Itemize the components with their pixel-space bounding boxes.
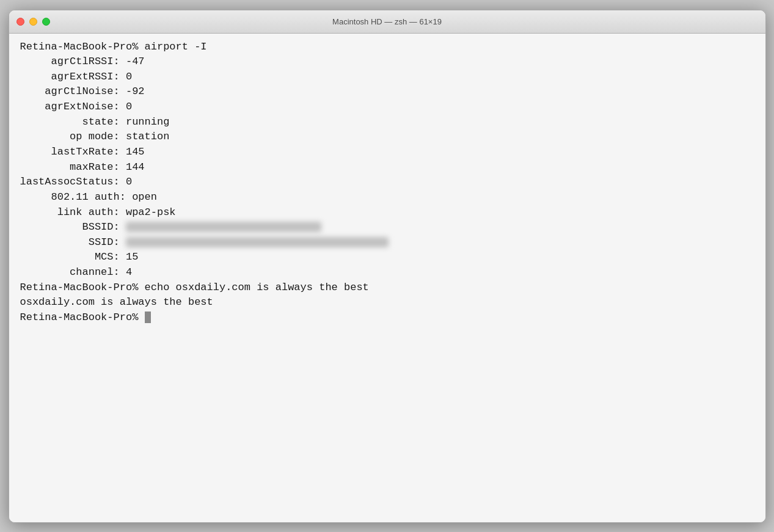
- ssid-redacted: [126, 237, 389, 247]
- terminal-body[interactable]: Retina-MacBook-Pro% airport -I agrCtlRSS…: [9, 34, 765, 522]
- terminal-line-state: state: running: [20, 115, 754, 130]
- terminal-line-agrCtlNoise: agrCtlNoise: -92: [20, 84, 754, 100]
- terminal-line-agrCtlRSSI: agrCtlRSSI: -47: [20, 54, 754, 70]
- terminal-cursor: [145, 312, 151, 323]
- terminal-line-agrExtRSSI: agrExtRSSI: 0: [20, 70, 754, 85]
- minimize-button[interactable]: [29, 18, 37, 26]
- terminal-line-bssid: BSSID:: [20, 220, 754, 235]
- terminal-line-echo-output: osxdaily.com is always the best: [20, 295, 754, 310]
- terminal-line-lastTxRate: lastTxRate: 145: [20, 145, 754, 160]
- terminal-line-channel: channel: 4: [20, 265, 754, 280]
- maximize-button[interactable]: [42, 18, 50, 26]
- terminal-line-agrExtNoise: agrExtNoise: 0: [20, 100, 754, 115]
- title-bar: Macintosh HD — zsh — 61×19: [9, 10, 765, 34]
- terminal-line-prompt3: Retina-MacBook-Pro%: [20, 310, 754, 326]
- terminal-window: Macintosh HD — zsh — 61×19 Retina-MacBoo…: [9, 10, 766, 523]
- terminal-line-auth80211: 802.11 auth: open: [20, 190, 754, 205]
- terminal-line-lastAssocStatus: lastAssocStatus: 0: [20, 175, 754, 190]
- terminal-line-cmd2: Retina-MacBook-Pro% echo osxdaily.com is…: [20, 280, 754, 296]
- close-button[interactable]: [16, 18, 24, 26]
- terminal-line-maxRate: maxRate: 144: [20, 160, 754, 175]
- terminal-line-mcs: MCS: 15: [20, 250, 754, 265]
- terminal-line-opmode: op mode: station: [20, 129, 754, 145]
- terminal-line-cmd1: Retina-MacBook-Pro% airport -I: [20, 40, 754, 55]
- terminal-line-linkauth: link auth: wpa2-psk: [20, 205, 754, 220]
- traffic-lights: [16, 18, 50, 26]
- window-title: Macintosh HD — zsh — 61×19: [332, 17, 442, 26]
- terminal-line-ssid: SSID:: [20, 235, 754, 250]
- bssid-redacted: [126, 222, 321, 232]
